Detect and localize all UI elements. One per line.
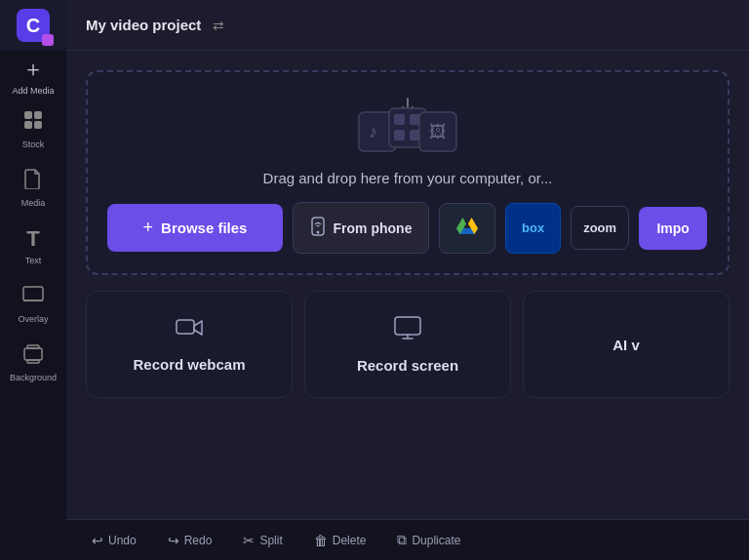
phone-icon — [310, 217, 326, 239]
svg-rect-3 — [34, 121, 42, 129]
plus-icon: + — [143, 218, 154, 238]
sidebar-item-overlay[interactable]: Overlay — [0, 275, 66, 334]
app-logo: C — [17, 9, 50, 42]
zoom-label: zoom — [583, 220, 616, 235]
background-icon — [22, 344, 44, 369]
duplicate-button[interactable]: ⧉ Duplicate — [391, 528, 466, 552]
from-phone-label: From phone — [334, 220, 413, 236]
media-icon — [23, 168, 43, 194]
svg-rect-1 — [34, 111, 42, 119]
redo-button[interactable]: ↪ Redo — [162, 529, 218, 552]
delete-button[interactable]: 🗑 Delete — [308, 529, 373, 552]
svg-rect-13 — [394, 130, 405, 140]
svg-rect-6 — [27, 345, 39, 348]
record-screen-label: Record screen — [357, 357, 458, 374]
google-drive-button[interactable] — [439, 203, 495, 254]
sidebar-label-background: Background — [10, 373, 57, 382]
sidebar: C ＋ Add Media Stock Media T Text — [0, 0, 66, 560]
import-button[interactable]: Impo — [639, 207, 707, 250]
sidebar-label-text: Text — [25, 256, 42, 265]
box-label: box — [522, 220, 544, 235]
sidebar-label-overlay: Overlay — [18, 314, 48, 324]
browse-files-label: Browse files — [161, 220, 247, 236]
upload-illustration: ♪ 🖼 — [349, 96, 466, 154]
box-button[interactable]: box — [505, 203, 561, 254]
main-content: My video project ⇄ ♪ — [66, 0, 749, 560]
header: My video project ⇄ — [66, 0, 749, 51]
upload-buttons-row: + Browse files From phone — [107, 202, 708, 254]
split-icon: ✂ — [243, 533, 255, 548]
undo-button[interactable]: ↩ Undo — [86, 529, 142, 552]
google-drive-icon — [455, 217, 479, 240]
record-screen-card[interactable]: Record screen — [304, 291, 511, 398]
add-icon: ＋ — [22, 55, 44, 84]
sidebar-item-stock[interactable]: Stock — [0, 100, 66, 158]
sidebar-item-background[interactable]: Background — [0, 334, 66, 392]
sidebar-item-text[interactable]: T Text — [0, 217, 66, 275]
svg-rect-11 — [394, 114, 405, 125]
sidebar-label-media: Media — [21, 198, 46, 208]
upload-area: ♪ 🖼 Drag and drop here from your compute… — [86, 70, 729, 275]
svg-point-18 — [316, 231, 319, 234]
ai-card[interactable]: AI v — [523, 291, 729, 398]
sync-icon[interactable]: ⇄ — [213, 18, 224, 33]
svg-rect-19 — [177, 320, 194, 334]
project-title: My video project — [86, 17, 201, 33]
from-phone-button[interactable]: From phone — [293, 202, 429, 254]
import-label: Impo — [656, 220, 689, 236]
svg-rect-7 — [27, 360, 39, 363]
svg-rect-4 — [23, 287, 43, 300]
sidebar-item-add-media[interactable]: ＋ Add Media — [0, 51, 66, 100]
browse-files-button[interactable]: + Browse files — [107, 204, 283, 252]
bottom-toolbar: ↩ Undo ↪ Redo ✂ Split 🗑 Delete ⧉ Duplica… — [66, 519, 749, 560]
svg-text:🖼: 🖼 — [429, 122, 447, 141]
record-webcam-label: Record webcam — [133, 356, 245, 373]
sidebar-item-media[interactable]: Media — [0, 158, 66, 217]
redo-icon: ↪ — [168, 533, 179, 548]
svg-rect-0 — [24, 111, 32, 119]
screen-icon — [394, 316, 421, 345]
record-area: Record webcam Record screen AI v — [86, 291, 729, 398]
split-button[interactable]: ✂ Split — [237, 529, 288, 552]
drag-drop-text: Drag and drop here from your computer, o… — [263, 170, 553, 186]
overlay-icon — [22, 286, 44, 310]
stock-icon — [22, 109, 44, 136]
record-webcam-card[interactable]: Record webcam — [86, 291, 293, 398]
sidebar-label-stock: Stock — [22, 140, 45, 149]
duplicate-icon: ⧉ — [397, 532, 407, 548]
sidebar-logo: C — [0, 0, 66, 51]
redo-label: Redo — [184, 534, 213, 547]
delete-icon: 🗑 — [314, 533, 328, 548]
undo-icon: ↩ — [92, 533, 103, 548]
svg-rect-5 — [24, 348, 42, 360]
svg-rect-2 — [24, 121, 32, 129]
sidebar-label-add-media: Add Media — [12, 86, 54, 96]
delete-label: Delete — [333, 534, 367, 547]
svg-rect-20 — [395, 317, 420, 335]
webcam-icon — [176, 317, 203, 344]
zoom-button[interactable]: zoom — [571, 206, 629, 250]
svg-text:♪: ♪ — [369, 122, 377, 141]
duplicate-label: Duplicate — [412, 534, 460, 547]
undo-label: Undo — [108, 534, 137, 547]
text-icon: T — [26, 226, 39, 252]
split-label: Split — [259, 534, 282, 547]
content-area: ♪ 🖼 Drag and drop here from your compute… — [66, 51, 749, 519]
ai-label: AI v — [612, 337, 640, 353]
